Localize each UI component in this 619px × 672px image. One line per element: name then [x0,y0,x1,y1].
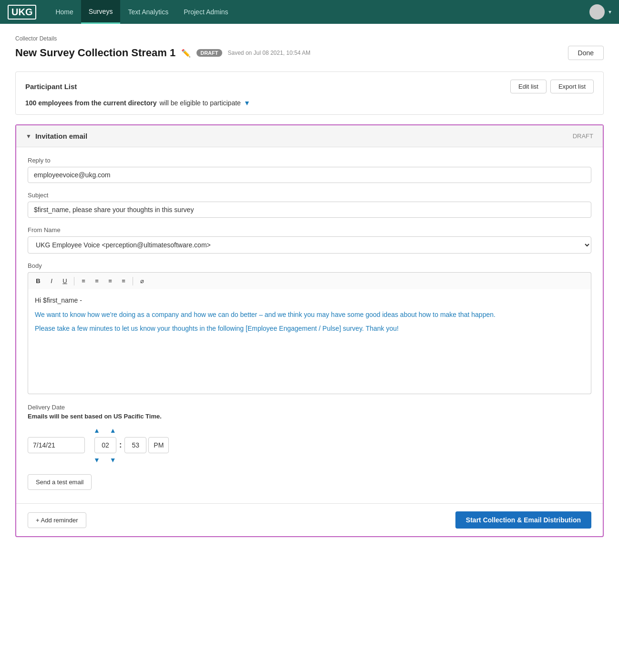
invitation-title-text: Invitation email [35,132,87,140]
collapse-icon[interactable]: ▼ [26,133,31,140]
export-list-button[interactable]: Export list [550,80,594,93]
hour-input[interactable] [94,437,116,453]
body-editor[interactable]: Hi $first_name - We want to know how we'… [28,289,591,394]
page-title: New Survey Collection Stream 1 [15,47,175,59]
underline-button[interactable]: U [59,275,71,286]
send-test-email-button[interactable]: Send a test email [28,474,92,490]
indent-decrease-button[interactable]: ≡ [104,275,116,286]
minute-input[interactable] [124,437,146,453]
indent-increase-button[interactable]: ≡ [117,275,130,286]
from-name-label: From Name [28,226,591,234]
body-greeting: Hi $first_name - [35,295,584,305]
ampm-toggle[interactable]: PM [148,437,169,453]
time-inputs-row: : PM [28,437,591,453]
ordered-list-button[interactable]: ≡ [91,275,103,286]
reply-to-group: Reply to [28,157,591,183]
delivery-note: Emails will be sent based on US Pacific … [28,413,591,420]
invitation-title-group: ▼ Invitation email [26,132,87,140]
nav-surveys[interactable]: Surveys [81,0,121,24]
invitation-form-body: Reply to Subject From Name UKG Employee … [16,147,603,499]
from-name-group: From Name UKG Employee Voice <perception… [28,226,591,254]
hour-up-button[interactable]: ▲ [90,426,104,435]
nav-right: ▾ [589,4,611,20]
participant-actions: Edit list Export list [510,80,594,93]
subject-label: Subject [28,192,591,199]
unordered-list-button[interactable]: ≡ [77,275,90,286]
avatar [589,4,605,20]
nav-home[interactable]: Home [48,0,81,24]
participant-chevron-icon[interactable]: ▼ [244,99,250,107]
time-picker-down: ▼ ▼ [28,455,591,465]
toolbar-separator-1 [74,277,74,285]
invitation-email-card: ▼ Invitation email DRAFT Reply to Subjec… [15,124,604,537]
invitation-footer: + Add reminder Start Collection & Email … [16,503,603,536]
page-content: Collector Details New Survey Collection … [0,24,619,672]
editor-toolbar: B I U ≡ ≡ ≡ ≡ ⌀ [28,272,591,289]
participant-header: Participant List Edit list Export list [25,80,594,93]
nav-project-admins[interactable]: Project Admins [176,0,236,24]
body-line1: We want to know how we're doing as a com… [35,309,584,320]
navigation: UKG Home Surveys Text Analytics Project … [0,0,619,24]
clear-format-button[interactable]: ⌀ [136,275,148,286]
minute-down-button[interactable]: ▼ [106,455,120,465]
ukg-logo: UKG [8,5,36,20]
time-picker: ▲ ▲ [28,426,591,435]
page-header: New Survey Collection Stream 1 ✏️ DRAFT … [15,46,604,60]
saved-text: Saved on Jul 08 2021, 10:54 AM [228,50,310,56]
edit-list-button[interactable]: Edit list [510,80,547,93]
subject-group: Subject [28,192,591,218]
participant-list-title: Participant List [25,82,77,91]
participant-list-card: Participant List Edit list Export list 1… [15,71,604,115]
participant-info: 100 employees from the current directory… [25,99,594,107]
delivery-date-label: Delivery Date [28,404,591,411]
start-collection-button[interactable]: Start Collection & Email Distribution [455,511,591,529]
invitation-draft-label: DRAFT [573,132,593,140]
delivery-date-section: Delivery Date Emails will be sent based … [28,404,591,490]
draft-badge: DRAFT [196,49,222,57]
nav-text-analytics[interactable]: Text Analytics [120,0,176,24]
participant-info-rest: will be eligible to participate [159,99,240,107]
body-group: Body B I U ≡ ≡ ≡ ≡ ⌀ Hi $first_name - We… [28,262,591,394]
minute-up-button[interactable]: ▲ [106,426,120,435]
participant-count: 100 employees from the current directory [25,99,156,107]
time-colon: : [118,441,123,449]
body-line2: Please take a few minutes to let us know… [35,323,584,334]
reply-to-label: Reply to [28,157,591,164]
reply-to-input[interactable] [28,167,591,183]
hour-down-button[interactable]: ▼ [90,455,104,465]
invitation-email-header: ▼ Invitation email DRAFT [16,125,603,147]
date-input[interactable] [28,437,85,453]
subject-input[interactable] [28,202,591,218]
edit-icon[interactable]: ✏️ [181,49,191,58]
add-reminder-button[interactable]: + Add reminder [28,512,86,528]
toolbar-separator-2 [133,277,133,285]
done-button[interactable]: Done [568,46,604,60]
breadcrumb: Collector Details [15,35,604,42]
from-name-select[interactable]: UKG Employee Voice <perception@ultimates… [28,236,591,254]
body-label: Body [28,262,591,269]
bold-button[interactable]: B [32,275,44,286]
nav-user-chevron[interactable]: ▾ [609,9,611,15]
italic-button[interactable]: I [45,275,58,286]
